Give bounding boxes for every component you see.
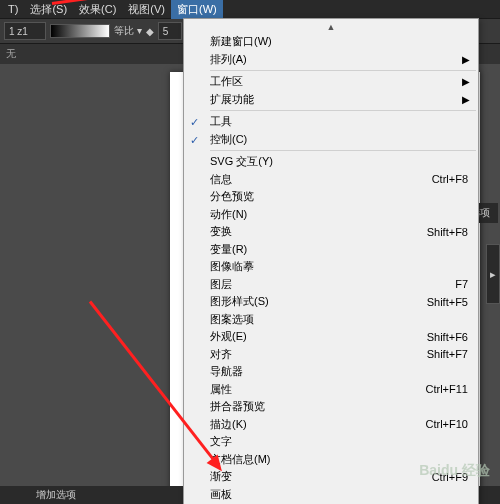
menu-item[interactable]: 导航器 [184, 363, 478, 381]
menu-item[interactable]: 图层F7 [184, 276, 478, 294]
menu-item[interactable]: 工作区▶ [184, 73, 478, 91]
menu-item-label: 图形样式(S) [210, 294, 407, 309]
menu-item[interactable]: 外观(E)Shift+F6 [184, 328, 478, 346]
menu-shortcut: Ctrl+F11 [426, 383, 469, 395]
menu-item-effect[interactable]: 效果(C) [73, 0, 122, 19]
menu-shortcut: Shift+F6 [427, 331, 468, 343]
menu-item[interactable]: 新建窗口(W) [184, 33, 478, 51]
menu-item[interactable]: 动作(N) [184, 206, 478, 224]
constrain-dropdown[interactable]: 等比 ▾ [114, 24, 142, 38]
panel-dock[interactable]: ▸ [486, 244, 500, 304]
panel-handle-icon: ▸ [490, 268, 496, 281]
menu-item-label: 工具 [210, 114, 468, 129]
menu-item-label: 描边(K) [210, 417, 406, 432]
menu-item-label: 外观(E) [210, 329, 407, 344]
menu-item-label: 动作(N) [210, 207, 468, 222]
menu-item[interactable]: ✓工具 [184, 113, 478, 131]
menu-item-label: 控制(C) [210, 132, 468, 147]
menu-item-label: 图层 [210, 277, 435, 292]
menu-item[interactable]: 描边(K)Ctrl+F10 [184, 416, 478, 434]
gradient-preview[interactable] [50, 24, 110, 38]
menu-shortcut: Shift+F5 [427, 296, 468, 308]
menu-item-label: 图案选项 [210, 312, 468, 327]
menu-item-label: 文字 [210, 434, 468, 449]
menu-item-label: 对齐 [210, 347, 407, 362]
points-input[interactable] [158, 22, 182, 40]
menu-item-label: 拼合器预览 [210, 399, 468, 414]
menu-item-t[interactable]: T) [2, 1, 24, 17]
menu-separator [210, 70, 476, 71]
submenu-arrow-icon: ▶ [462, 76, 470, 87]
anchor-icon: ◆ [146, 26, 154, 37]
menu-item[interactable]: 图形样式(S)Shift+F5 [184, 293, 478, 311]
menu-item[interactable]: 文字 [184, 433, 478, 451]
menu-item-window[interactable]: 窗口(W) [171, 0, 223, 19]
menu-item[interactable]: ✓控制(C) [184, 131, 478, 149]
menu-item[interactable]: 拼合器预览 [184, 398, 478, 416]
menu-item[interactable]: 扩展功能▶ [184, 91, 478, 109]
menu-item-label: 变换 [210, 224, 407, 239]
menu-item-label: 图像临摹 [210, 259, 468, 274]
check-icon: ✓ [190, 116, 199, 129]
submenu-arrow-icon: ▶ [462, 94, 470, 105]
menu-item[interactable]: 信息Ctrl+F8 [184, 171, 478, 189]
zoom-input[interactable] [4, 22, 46, 40]
menu-item-label: 排列(A) [210, 52, 468, 67]
menu-shortcut: F7 [455, 278, 468, 290]
menu-item-label: 导航器 [210, 364, 468, 379]
menu-item[interactable]: SVG 交互(Y) [184, 153, 478, 171]
menu-item-label: 变量(R) [210, 242, 468, 257]
menu-item[interactable]: 对齐Shift+F7 [184, 346, 478, 364]
menu-scroll-up[interactable]: ▲ [186, 21, 476, 33]
menu-item-label: 画板 [210, 487, 468, 502]
menu-item-label: 渐变 [210, 469, 412, 484]
menu-item-label: 分色预览 [210, 189, 468, 204]
menu-shortcut: Ctrl+F10 [426, 418, 469, 430]
menubar: T) 选择(S) 效果(C) 视图(V) 窗口(W) [0, 0, 500, 18]
menu-shortcut: Ctrl+F8 [432, 173, 468, 185]
menu-item[interactable]: 属性Ctrl+F11 [184, 381, 478, 399]
menu-item-label: 扩展功能 [210, 92, 468, 107]
menu-item-view[interactable]: 视图(V) [122, 0, 171, 19]
menu-item[interactable]: 排列(A)▶ [184, 51, 478, 69]
menu-separator [210, 110, 476, 111]
check-icon: ✓ [190, 134, 199, 147]
menu-item[interactable]: 分色预览 [184, 188, 478, 206]
doc-tab[interactable]: 无 [6, 47, 16, 61]
menu-item[interactable]: 画板 [184, 486, 478, 504]
window-menu-dropdown: ▲ 新建窗口(W)排列(A)▶工作区▶扩展功能▶✓工具✓控制(C)SVG 交互(… [183, 18, 479, 504]
menu-item-label: SVG 交互(Y) [210, 154, 468, 169]
menu-item-label: 新建窗口(W) [210, 34, 468, 49]
menu-item[interactable]: 变量(R) [184, 241, 478, 259]
menu-item[interactable]: 图案选项 [184, 311, 478, 329]
menu-item[interactable]: 图像临摹 [184, 258, 478, 276]
menu-shortcut: Shift+F7 [427, 348, 468, 360]
menu-separator [210, 150, 476, 151]
menu-item-label: 信息 [210, 172, 412, 187]
menu-item-label: 工作区 [210, 74, 468, 89]
menu-item-label: 属性 [210, 382, 406, 397]
footer-label[interactable]: 增加选项 [36, 488, 76, 502]
submenu-arrow-icon: ▶ [462, 54, 470, 65]
menu-item[interactable]: 变换Shift+F8 [184, 223, 478, 241]
menu-shortcut: Shift+F8 [427, 226, 468, 238]
watermark: Baidu 经验 [419, 462, 490, 480]
